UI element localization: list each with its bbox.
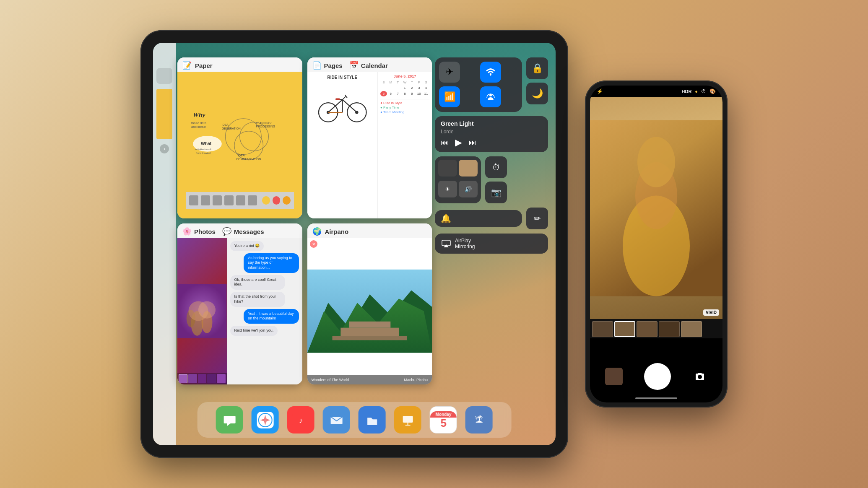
play-btn[interactable]: ▶ <box>455 137 462 148</box>
app-grid: 📝 Paper Why those data and ideas! <box>177 57 432 384</box>
svg-text:GENERATION: GENERATION <box>222 127 241 130</box>
airplay-label-line1: AirPlay <box>455 238 475 244</box>
wifi-btn[interactable] <box>480 62 501 83</box>
msg-received-2: Ok, those are cool! Great idea. <box>230 275 285 290</box>
pages-cal-body: RIDE IN STYLE <box>307 72 432 218</box>
cal-header-item: 📅 Calendar <box>349 61 388 70</box>
photos-msg-body: You're a riot 😂 As boring as you saying … <box>177 238 302 384</box>
sidebar-arrow[interactable]: › <box>160 144 169 153</box>
dock-mail-btn[interactable] <box>323 406 350 433</box>
camera-bottom-controls <box>590 363 722 390</box>
photos-msg-header: 🌸 Photos 💬 Messages <box>177 223 302 238</box>
last-photo-thumb[interactable] <box>605 368 623 385</box>
cc-color-panel: ☀ 🔊 <box>435 156 481 203</box>
photos-messages-card[interactable]: 🌸 Photos 💬 Messages <box>177 223 302 384</box>
dock-files-icon <box>364 412 380 428</box>
messages-preview: You're a riot 😂 As boring as you saying … <box>227 238 302 384</box>
airpano-caption-bar: Wonders of The World Machu Picchu <box>307 375 432 384</box>
prev-btn[interactable]: ⏮ <box>441 138 448 147</box>
calendar-day-number: 5 <box>440 418 446 428</box>
calendar-events: ● Ride in Style ● Party Time ● Team Meet… <box>380 99 429 114</box>
cc-extra-btns: ⏱ 📷 <box>485 156 507 203</box>
iphone-screen: ⚡ HDR ● ⏱ 🎨 <box>590 86 722 402</box>
svg-rect-39 <box>332 336 407 340</box>
filmstrip <box>590 319 722 338</box>
calendar-title-label: Calendar <box>361 62 388 69</box>
photos-icon: 🌸 <box>182 227 192 236</box>
volume-btn[interactable]: 🔊 <box>459 181 478 197</box>
shutter-btn[interactable] <box>644 363 671 390</box>
camera-btn[interactable]: 📷 <box>485 182 507 203</box>
status-left-icons: ⚡ <box>597 88 603 94</box>
flash-icon: ⚡ <box>597 88 603 94</box>
dock-messages-btn[interactable] <box>216 406 243 433</box>
brightness-btn[interactable]: ☀ <box>438 181 457 197</box>
hdr-label: HDR <box>682 89 692 94</box>
paper-icon: 📝 <box>182 61 192 70</box>
dock-files-btn[interactable] <box>359 406 386 433</box>
bluetooth-btn[interactable]: 📶 <box>439 86 460 107</box>
cc-single-col: 🔒 🌙 <box>526 57 548 112</box>
pages-cal-header: 📄 Pages 📅 Calendar <box>307 57 432 72</box>
do-not-disturb-btn[interactable]: 🌙 <box>526 83 548 104</box>
svg-text:IDEA: IDEA <box>238 154 244 157</box>
dock-music-btn[interactable]: ♪ <box>287 406 314 433</box>
color-filter-icon: 🎨 <box>709 88 716 94</box>
status-center-icons: HDR ● ⏱ 🎨 <box>682 88 716 94</box>
photos-cactus <box>177 238 227 384</box>
next-btn[interactable]: ⏭ <box>469 138 476 147</box>
color-cell-1 <box>438 160 457 177</box>
dock-calendar-btn[interactable]: Monday 5 <box>430 406 457 433</box>
edit-btn[interactable]: ✏ <box>526 208 548 229</box>
screen-lock-btn[interactable]: 🔒 <box>526 57 548 79</box>
pages-title-label: Pages <box>324 62 343 69</box>
airpano-close[interactable]: ✕ <box>310 240 317 248</box>
messages-label: Messages <box>234 228 264 235</box>
filmstrip-thumb-4[interactable] <box>659 321 680 337</box>
paper-card-header: 📝 Paper <box>177 57 302 72</box>
filmstrip-thumb-1[interactable] <box>592 321 613 337</box>
cal-event-1: ● Ride in Style <box>380 101 429 105</box>
music-title: Green Light <box>441 120 542 127</box>
timer-status-icon: ⏱ <box>701 88 706 94</box>
dock-travelbook-btn[interactable]: 🏝 <box>465 406 493 433</box>
airdrop-btn[interactable] <box>480 86 501 107</box>
svg-text:What: What <box>201 142 212 146</box>
paper-card[interactable]: 📝 Paper Why those data and ideas! <box>177 57 302 218</box>
timer-btn[interactable]: ⏱ <box>485 156 507 178</box>
filmstrip-thumb-3[interactable] <box>637 321 657 337</box>
airplay-panel[interactable]: AirPlay Mirroring <box>435 234 548 254</box>
calendar-icon: 📅 <box>349 61 359 70</box>
color-cell-2 <box>459 160 478 177</box>
camera-flip-icon <box>695 371 705 382</box>
svg-line-23 <box>342 96 346 100</box>
photos-header-item: 🌸 Photos <box>182 227 216 236</box>
ipad-sidebar: › <box>153 43 176 445</box>
iphone-home-bar <box>635 397 677 399</box>
filmstrip-thumb-2-active[interactable] <box>614 321 635 337</box>
svg-text:♪: ♪ <box>299 416 303 425</box>
dock-safari-icon <box>257 412 273 428</box>
paper-mindmap-svg: Why those data and ideas! IDEA GENERATIO… <box>186 81 294 192</box>
sidebar-yellow-bar <box>156 89 172 139</box>
svg-point-28 <box>355 111 359 114</box>
filmstrip-thumb-5[interactable] <box>681 321 702 337</box>
ipad-dock: ♪ <box>198 402 512 438</box>
dock-mail-icon <box>328 412 345 428</box>
camera-switch-btn[interactable] <box>692 369 707 384</box>
cc-connectivity-panel: ✈ 📶 <box>435 57 522 112</box>
scene: › 📝 Paper Why t <box>140 30 728 458</box>
pages-calendar-card[interactable]: 📄 Pages 📅 Calendar RIDE IN STYLE <box>307 57 432 218</box>
notification-icon: 🔔 <box>441 213 451 223</box>
dock-keynote-btn[interactable] <box>394 406 421 433</box>
airplane-mode-btn[interactable]: ✈ <box>439 62 460 83</box>
svg-text:from drawing!: from drawing! <box>196 152 211 154</box>
thumb-3 <box>198 374 207 383</box>
svg-point-42 <box>490 75 491 76</box>
cal-month: June 5, 2017 <box>380 74 429 78</box>
svg-rect-26 <box>335 99 340 100</box>
airpano-card[interactable]: 🌍 Airpano ✕ <box>307 223 432 384</box>
dock-safari-btn[interactable] <box>252 406 279 433</box>
svg-text:LEARNING/: LEARNING/ <box>256 122 271 125</box>
caption-wonders: Wonders of The World <box>312 378 349 382</box>
